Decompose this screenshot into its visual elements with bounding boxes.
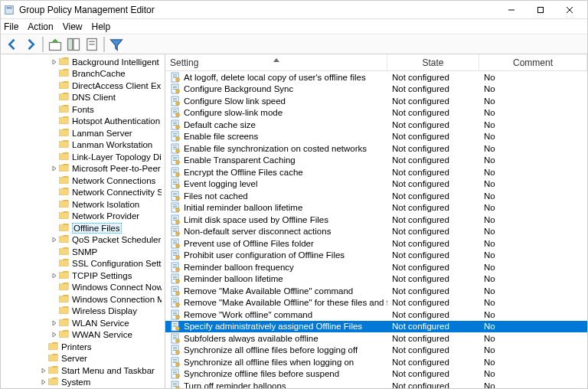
policy-name: Enable file synchronization on costed ne… [184, 144, 367, 153]
tree-item[interactable]: WLAN Service [1, 317, 165, 329]
minimize-button[interactable] [497, 2, 526, 18]
tree-item[interactable]: Lanman Server [1, 127, 165, 139]
expand-icon[interactable] [50, 319, 59, 328]
policy-row[interactable]: Initial reminder balloon lifetimeNot con… [165, 202, 587, 214]
policy-row[interactable]: Files not cachedNot configuredNo [165, 190, 587, 202]
policy-row[interactable]: Enable file synchronization on costed ne… [165, 142, 587, 155]
tree-item[interactable]: Start Menu and Taskbar [1, 364, 165, 377]
policy-row[interactable]: Configure Background SyncNot configuredN… [165, 83, 587, 96]
policy-row[interactable]: Reminder balloon frequencyNot configured… [165, 261, 587, 273]
svg-rect-22 [59, 178, 68, 184]
expand-icon[interactable] [50, 330, 59, 339]
tree-item[interactable]: Link-Layer Topology Discovery [1, 151, 165, 163]
tree-item[interactable]: Fonts [1, 103, 165, 116]
column-setting[interactable]: Setting [165, 54, 387, 70]
policy-comment: No [479, 298, 587, 307]
twist-spacer [50, 283, 59, 292]
tree-item[interactable]: Microsoft Peer-to-Peer Networking [1, 163, 165, 175]
tree-item[interactable]: SNMP [1, 246, 165, 258]
tree-item-label: Background Intelligent Transfer [72, 57, 162, 67]
policy-row[interactable]: Enable Transparent CachingNot configured… [165, 155, 587, 167]
expand-icon[interactable] [50, 271, 59, 280]
tree-item[interactable]: SSL Configuration Settings [1, 258, 165, 270]
filter-button[interactable] [108, 36, 125, 53]
tree-item[interactable]: DNS Client [1, 92, 165, 104]
tree-item[interactable]: Network Isolation [1, 198, 165, 211]
policy-state: Not configured [387, 144, 479, 153]
tree-item[interactable]: WWAN Service [1, 329, 165, 342]
tree-item[interactable]: Offline Files [1, 222, 165, 234]
policy-row[interactable]: Prevent use of Offline Files folderNot c… [165, 237, 587, 250]
policy-name: Configure slow-link mode [184, 108, 283, 117]
tree-item[interactable]: Network Connectivity Status [1, 187, 165, 199]
menu-action[interactable]: Action [28, 21, 53, 32]
tree-item[interactable]: BranchCache [1, 68, 165, 80]
policy-row[interactable]: Reminder balloon lifetimeNot configuredN… [165, 273, 587, 286]
tree-item[interactable]: Network Connections [1, 175, 165, 187]
policy-row[interactable]: Turn off reminder balloonsNot configured… [165, 380, 587, 388]
svg-rect-119 [173, 242, 177, 243]
policy-row[interactable]: Specify administratively assigned Offlin… [165, 321, 587, 333]
forward-button[interactable] [22, 36, 39, 53]
policy-row[interactable]: Synchronize all offline files before log… [165, 345, 587, 357]
tree-item-label: Windows Connection Manager [72, 295, 162, 304]
nav-tree[interactable]: Background Intelligent TransferBranchCac… [1, 54, 165, 388]
policy-row[interactable]: Synchronize offline files before suspend… [165, 368, 587, 381]
tree-item[interactable]: System [1, 377, 165, 389]
policy-row[interactable]: Default cache sizeNot configuredNo [165, 119, 587, 131]
up-button[interactable] [47, 36, 64, 53]
expand-icon[interactable] [39, 366, 48, 375]
menu-view[interactable]: View [63, 21, 83, 32]
svg-rect-103 [173, 204, 177, 205]
column-comment[interactable]: Comment [479, 54, 587, 70]
svg-rect-8 [74, 38, 80, 50]
policy-state: Not configured [387, 274, 479, 283]
tree-item-label: Lanman Server [72, 129, 132, 138]
policy-row[interactable]: Prohibit user configuration of Offline F… [165, 250, 587, 262]
policy-icon [170, 381, 181, 388]
expand-icon[interactable] [50, 57, 59, 67]
tree-item[interactable]: Wireless Display [1, 306, 165, 318]
tree-item[interactable]: Printers [1, 341, 165, 353]
svg-rect-21 [59, 165, 68, 172]
policy-row[interactable]: Remove "Work offline" commandNot configu… [165, 309, 587, 321]
expand-icon[interactable] [50, 164, 59, 173]
tree-item[interactable]: QoS Packet Scheduler [1, 234, 165, 247]
policy-row[interactable]: Remove "Make Available Offline" for thes… [165, 297, 587, 309]
menu-help[interactable]: Help [92, 21, 111, 32]
tree-item[interactable]: Hotspot Authentication [1, 116, 165, 128]
tree-item[interactable]: Windows Connect Now [1, 282, 165, 294]
svg-rect-26 [59, 225, 68, 231]
policy-row[interactable]: Non-default server disconnect actionsNot… [165, 226, 587, 238]
policy-row[interactable]: Subfolders always available offlineNot c… [165, 332, 587, 345]
policy-row[interactable]: Encrypt the Offline Files cacheNot confi… [165, 166, 587, 178]
close-button[interactable] [555, 2, 584, 18]
tree-item[interactable]: TCPIP Settings [1, 270, 165, 282]
tree-item[interactable]: Windows Connection Manager [1, 293, 165, 306]
tree-item[interactable]: DirectAccess Client Experience [1, 80, 165, 92]
policy-row[interactable]: Synchronize all offline files when loggi… [165, 356, 587, 368]
policy-row[interactable]: Remove "Make Available Offline" commandN… [165, 285, 587, 297]
policy-row[interactable]: Event logging levelNot configuredNo [165, 178, 587, 191]
policy-row[interactable]: At logoff, delete local copy of user's o… [165, 71, 587, 83]
policy-name: Enable file screens [184, 132, 258, 141]
svg-rect-75 [173, 136, 177, 137]
policy-row[interactable]: Configure slow-link modeNot configuredNo [165, 107, 587, 119]
expand-icon[interactable] [39, 378, 48, 387]
policy-row[interactable]: Configure Slow link speedNot configuredN… [165, 95, 587, 107]
menu-file[interactable]: File [4, 21, 18, 32]
maximize-button[interactable] [526, 2, 555, 18]
policy-row[interactable]: Limit disk space used by Offline FilesNo… [165, 214, 587, 226]
tree-item[interactable]: Server [1, 353, 165, 365]
column-state[interactable]: State [387, 54, 479, 70]
back-button[interactable] [4, 36, 21, 53]
policy-state: Not configured [387, 215, 479, 224]
twist-spacer [50, 152, 59, 162]
expand-icon[interactable] [50, 235, 59, 244]
properties-button[interactable] [83, 36, 100, 53]
tree-item[interactable]: Lanman Workstation [1, 139, 165, 152]
show-hide-tree-button[interactable] [65, 36, 82, 53]
tree-item[interactable]: Network Provider [1, 211, 165, 223]
policy-row[interactable]: Enable file screensNot configuredNo [165, 131, 587, 143]
tree-item[interactable]: Background Intelligent Transfer [1, 56, 165, 68]
